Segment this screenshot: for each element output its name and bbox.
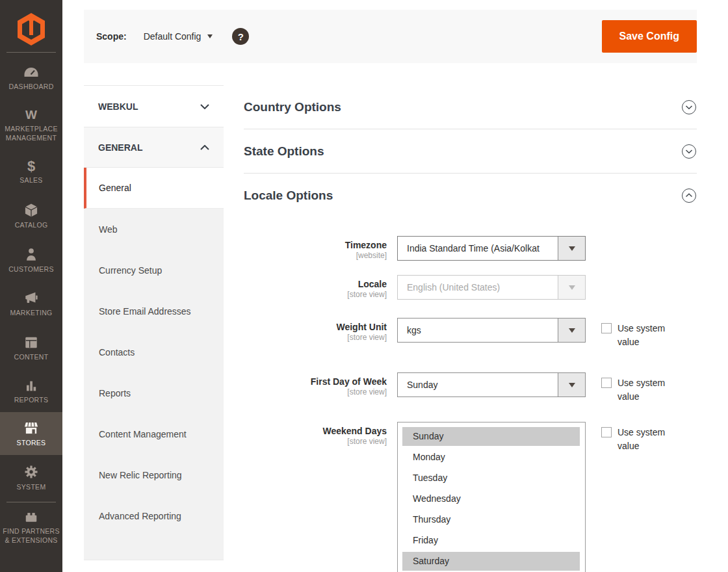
collapse-circle-icon[interactable]	[681, 188, 697, 203]
field-label: Timezone [website]	[244, 236, 387, 261]
timezone-select[interactable]: India Standard Time (Asia/Kolkat	[397, 236, 586, 261]
config-section-security[interactable]: SECURITY	[84, 560, 224, 572]
magento-admin-config-page: { "app": { "name": "Magento Admin - Stor…	[0, 0, 728, 572]
sidebar-item-label: DASHBOARD	[7, 82, 55, 91]
config-nav-item-web[interactable]: Web	[84, 209, 224, 250]
section-title: State Options	[244, 144, 324, 159]
section-title: Country Options	[244, 100, 341, 114]
use-system-value-first-day[interactable]: Use system value	[601, 372, 671, 404]
field-row-timezone: Timezone [website] India Standard Time (…	[244, 236, 697, 261]
use-system-value-weight-unit[interactable]: Use system value	[601, 318, 671, 349]
save-config-button[interactable]: Save Config	[602, 20, 697, 53]
option-monday[interactable]: Monday	[402, 448, 580, 467]
scope-tag: [store view]	[244, 290, 387, 300]
field-label: First Day of Week [store view]	[244, 372, 387, 397]
storefront-icon	[23, 421, 40, 436]
sidebar-item-customers[interactable]: CUSTOMERS	[0, 238, 62, 282]
chevron-down-icon[interactable]	[558, 373, 585, 396]
option-thursday[interactable]: Thursday	[402, 510, 580, 529]
option-tuesday[interactable]: Tuesday	[402, 469, 580, 488]
scope-tag: [website]	[244, 251, 387, 261]
option-friday[interactable]: Friday	[402, 531, 580, 550]
person-icon	[24, 247, 38, 262]
layout-icon	[23, 335, 39, 350]
expand-circle-icon[interactable]	[681, 144, 697, 159]
config-nav-item-contacts[interactable]: Contacts	[84, 332, 224, 372]
admin-sidebar: DASHBOARD W MARKETPLACE MANAGEMENT $ SAL…	[0, 0, 62, 572]
section-locale-options: Locale Options Timezone [website]	[244, 174, 697, 572]
checkbox[interactable]	[601, 323, 612, 333]
sidebar-item-stores[interactable]: STORES	[0, 412, 62, 455]
config-nav-item-general[interactable]: General	[84, 168, 224, 209]
sidebar-item-label: SYSTEM	[16, 482, 47, 491]
megaphone-icon	[23, 291, 39, 306]
section-country-options[interactable]: Country Options	[244, 85, 697, 129]
config-nav-item-currency-setup[interactable]: Currency Setup	[84, 250, 224, 291]
help-icon[interactable]: ?	[232, 28, 249, 45]
option-saturday[interactable]: Saturday	[402, 552, 580, 571]
bar-chart-icon	[23, 379, 39, 393]
scope-label: Scope:	[96, 31, 127, 42]
sidebar-item-system[interactable]: SYSTEM	[0, 455, 62, 500]
field-row-weekend-days: Weekend Days [store view] Sunday Monday …	[244, 422, 697, 572]
sidebar-item-label: STORES	[16, 438, 47, 447]
sidebar-item-marketplace-management[interactable]: W MARKETPLACE MANAGEMENT	[0, 100, 62, 151]
page-content: Scope: Default Config ? Save Config WEBK…	[62, 0, 728, 572]
config-nav-item-advanced-reporting[interactable]: Advanced Reporting	[84, 495, 224, 536]
gauge-icon	[23, 66, 39, 79]
config-nav-items: General Web Currency Setup Store Email A…	[84, 168, 224, 560]
field-label: Weight Unit [store view]	[244, 318, 387, 343]
option-wednesday[interactable]: Wednesday	[402, 489, 580, 508]
scope-tag: [store view]	[244, 333, 387, 343]
checkbox[interactable]	[601, 378, 612, 388]
magento-logo[interactable]	[0, 0, 62, 52]
use-system-value-weekend-days[interactable]: Use system value	[601, 422, 671, 453]
config-section-label: GENERAL	[98, 142, 142, 153]
first-day-of-week-select[interactable]: Sunday	[397, 372, 586, 397]
config-section-general[interactable]: GENERAL	[84, 127, 224, 168]
section-state-options[interactable]: State Options	[244, 129, 697, 174]
sidebar-item-sales[interactable]: $ SALES	[0, 151, 62, 194]
sidebar-divider	[6, 502, 56, 502]
magento-logo-icon	[16, 12, 47, 46]
sidebar-item-marketing[interactable]: MARKETING	[0, 282, 62, 326]
locale-options-fields: Timezone [website] India Standard Time (…	[244, 236, 697, 572]
sidebar-item-reports[interactable]: REPORTS	[0, 370, 62, 412]
sidebar-item-label: REPORTS	[13, 395, 50, 404]
field-label: Locale [store view]	[244, 275, 387, 300]
option-sunday[interactable]: Sunday	[402, 427, 580, 446]
scope-toolbar: Scope: Default Config ? Save Config	[84, 10, 697, 63]
locale-select: English (United States)	[397, 275, 586, 300]
gear-icon	[23, 464, 39, 480]
sidebar-item-label: SALES	[18, 176, 44, 185]
config-section-label: WEBKUL	[98, 101, 138, 112]
sidebar-item-content[interactable]: CONTENT	[0, 326, 62, 370]
webkul-w-icon: W	[25, 109, 37, 122]
sidebar-item-dashboard[interactable]: DASHBOARD	[0, 57, 62, 100]
checkbox[interactable]	[601, 427, 612, 437]
config-nav-item-reports[interactable]: Reports	[84, 372, 224, 413]
chevron-down-icon[interactable]	[207, 34, 213, 38]
field-row-first-day-of-week: First Day of Week [store view] Sunday Us…	[244, 372, 697, 404]
sidebar-item-label: MARKETING	[8, 308, 53, 317]
chevron-down-icon[interactable]	[558, 318, 585, 342]
config-nav-item-new-relic-reporting[interactable]: New Relic Reporting	[84, 454, 224, 495]
expand-circle-icon[interactable]	[681, 99, 697, 115]
sidebar-item-catalog[interactable]: CATALOG	[0, 194, 62, 238]
scope-tag: [store view]	[244, 437, 387, 447]
section-locale-options-header[interactable]: Locale Options	[244, 188, 697, 203]
config-section-webkul[interactable]: WEBKUL	[84, 86, 224, 127]
weekend-days-multiselect[interactable]: Sunday Monday Tuesday Wednesday Thursday…	[397, 422, 586, 572]
sidebar-item-find-partners[interactable]: FIND PARTNERS & EXTENSIONS	[0, 504, 62, 551]
chevron-down-icon[interactable]	[558, 237, 585, 260]
scope-switcher[interactable]: Default Config	[144, 31, 202, 42]
config-nav: WEBKUL GENERAL General Web Currency Setu…	[84, 85, 224, 572]
weight-unit-select[interactable]: kgs	[397, 318, 586, 343]
sidebar-item-label: CUSTOMERS	[7, 265, 55, 274]
sidebar-divider	[6, 52, 56, 57]
sidebar-item-label: FIND PARTNERS & EXTENSIONS	[0, 526, 62, 545]
chevron-up-icon	[200, 145, 209, 150]
sidebar-item-label: MARKETPLACE MANAGEMENT	[0, 124, 62, 142]
config-nav-item-store-email-addresses[interactable]: Store Email Addresses	[84, 291, 224, 332]
config-nav-item-content-management[interactable]: Content Management	[84, 413, 224, 454]
